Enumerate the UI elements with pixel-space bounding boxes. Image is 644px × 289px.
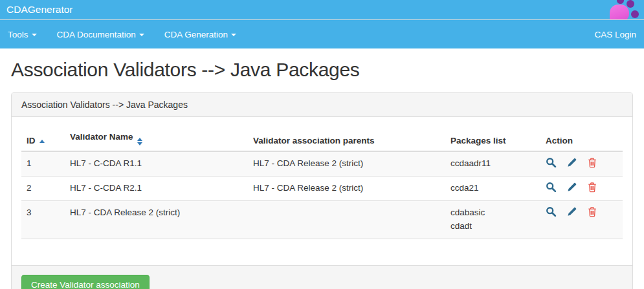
table-row: 3HL7 - CDA Release 2 (strict)cdabasiccda… — [21, 200, 623, 239]
view-icon[interactable] — [546, 182, 557, 193]
column-header-action: Action — [540, 127, 623, 151]
package-name: cdadt — [450, 220, 535, 233]
view-icon[interactable] — [546, 157, 557, 168]
delete-icon[interactable] — [587, 206, 597, 217]
parents-cell: HL7 - CDA Release 2 (strict) — [248, 176, 445, 200]
id-cell: 3 — [21, 200, 65, 239]
nav-tools-label: Tools — [8, 30, 28, 39]
cas-login-link[interactable]: CAS Login — [594, 30, 636, 39]
column-header-packages: Packages list — [445, 127, 540, 151]
parents-cell: HL7 - CDA Release 2 (strict) — [248, 151, 445, 176]
panel-heading: Association Validators --> Java Packages — [12, 93, 632, 117]
nav-tools-dropdown[interactable]: Tools — [8, 30, 37, 39]
view-icon[interactable] — [546, 206, 557, 217]
column-header-id-label: ID — [27, 136, 36, 145]
chevron-down-icon — [139, 34, 144, 36]
column-header-id[interactable]: ID — [21, 127, 65, 151]
table-body: 1HL7 - C-CDA R1.1HL7 - CDA Release 2 (st… — [21, 151, 623, 239]
column-header-validator-name-label: Validator Name — [70, 132, 133, 142]
row-actions — [546, 157, 617, 168]
titlebar: CDAGenerator — [0, 0, 644, 20]
edit-icon[interactable] — [566, 182, 577, 193]
row-actions — [546, 206, 617, 217]
validator-name-cell: HL7 - C-CDA R2.1 — [65, 176, 248, 200]
action-cell — [540, 151, 623, 176]
packages-cell: ccdaadr11 — [445, 151, 540, 176]
edit-icon[interactable] — [566, 157, 577, 168]
delete-icon[interactable] — [587, 157, 597, 168]
action-cell — [540, 176, 623, 200]
nav-cda-generation-dropdown[interactable]: CDA Generation — [164, 30, 236, 39]
row-actions — [546, 182, 617, 193]
create-validator-association-button[interactable]: Create Validator association — [21, 275, 150, 289]
chevron-down-icon — [32, 34, 37, 36]
packages-cell: cdabasiccdadt — [445, 200, 540, 239]
panel-body: ID Validator Name Validator association … — [12, 117, 632, 265]
logo-dot-icon — [627, 0, 634, 8]
delete-icon[interactable] — [587, 182, 597, 193]
sort-ascending-icon — [39, 140, 45, 143]
sort-both-icon — [137, 138, 142, 145]
id-cell: 2 — [21, 176, 65, 200]
nav-cda-generation-label: CDA Generation — [164, 30, 228, 39]
nav-cda-documentation-dropdown[interactable]: CDA Documentation — [57, 30, 144, 39]
validators-panel: Association Validators --> Java Packages… — [11, 92, 633, 289]
logo-dot-icon — [631, 10, 639, 18]
package-name: cdabasic — [450, 206, 535, 220]
logo-blob-icon — [610, 5, 629, 19]
package-name: ccdaadr11 — [450, 157, 535, 171]
chevron-down-icon — [231, 34, 236, 36]
main-container: Association Validators --> Java Packages… — [0, 92, 644, 289]
column-header-validator-name[interactable]: Validator Name — [65, 127, 248, 151]
table-row: 1HL7 - C-CDA R1.1HL7 - CDA Release 2 (st… — [21, 151, 623, 176]
edit-icon[interactable] — [566, 206, 577, 217]
page-title: Association Validators --> Java Packages — [0, 59, 644, 81]
packages-cell: ccda21 — [445, 176, 540, 200]
nav-cda-documentation-label: CDA Documentation — [57, 30, 136, 39]
app-logo — [606, 0, 644, 19]
validators-table: ID Validator Name Validator association … — [21, 127, 623, 239]
table-header-row: ID Validator Name Validator association … — [21, 127, 623, 151]
navbar: Tools CDA Documentation CDA Generation C… — [0, 20, 644, 48]
parents-cell — [248, 200, 445, 239]
id-cell: 1 — [21, 151, 65, 176]
package-name: ccda21 — [450, 182, 535, 195]
validator-name-cell: HL7 - C-CDA R1.1 — [65, 151, 248, 176]
panel-footer: Create Validator association — [12, 265, 632, 289]
logo-dot-icon — [617, 0, 624, 4]
table-row: 2HL7 - C-CDA R2.1HL7 - CDA Release 2 (st… — [21, 176, 623, 200]
action-cell — [540, 200, 623, 239]
brand-link[interactable]: CDAGenerator — [6, 4, 73, 16]
validator-name-cell: HL7 - CDA Release 2 (strict) — [65, 200, 248, 239]
column-header-parents: Validator association parents — [248, 127, 445, 151]
